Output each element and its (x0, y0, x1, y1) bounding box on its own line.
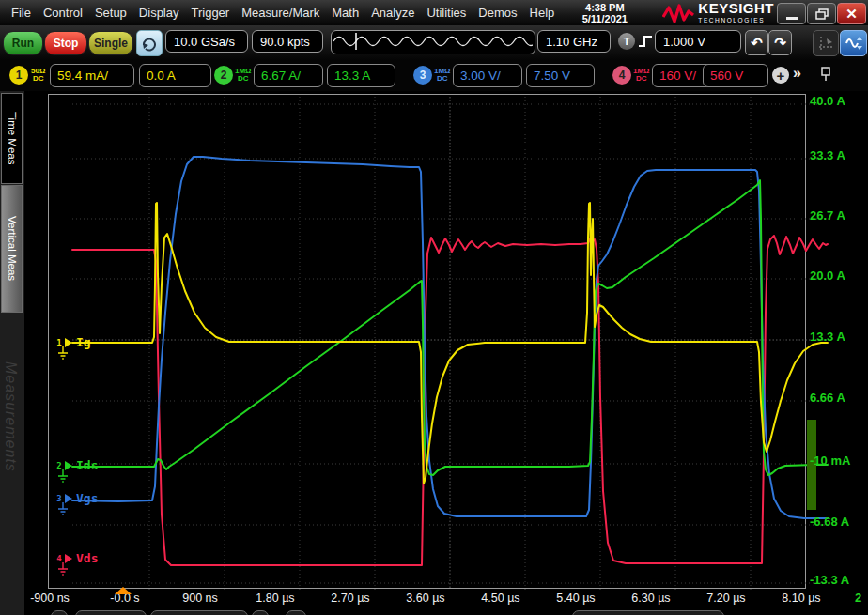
ground-symbol-icon (58, 502, 68, 515)
x-axis-label: 5.40 µs (546, 592, 606, 605)
trace-label-vds: Vds (76, 551, 98, 565)
scope-plot: 4Vds3Vgs2Ids1Ig (24, 3, 868, 615)
y-axis-label: -6.68 A (810, 515, 849, 529)
y-axis-label: 6.66 A (810, 391, 845, 405)
y-axis-label: 13.3 A (810, 330, 845, 344)
y-axis-label: -13.3 A (810, 573, 849, 587)
y-axis-label: -10 mA (810, 454, 850, 468)
oscilloscope-screen: FileControlSetupDisplayTriggerMeasure/Ma… (0, 0, 868, 615)
left-sidebar: Time Meas Vertical Meas Measurements (0, 91, 26, 615)
ground-symbol-icon (58, 469, 68, 482)
x-axis-label: 6.30 µs (621, 592, 681, 605)
y-axis-label: 20.0 A (810, 269, 845, 283)
bottom-panel-edge (24, 608, 868, 615)
channel-2-position-marker[interactable] (65, 461, 72, 470)
x-axis-label: 4.50 µs (471, 592, 531, 605)
x-axis-label: 7.20 µs (696, 592, 756, 605)
x-axis-label: 2.70 µs (320, 592, 380, 605)
channel-1-position-marker[interactable] (65, 338, 72, 347)
ground-symbol-icon (58, 346, 68, 359)
trace-label-vgs: Vgs (76, 491, 98, 505)
y-axis-label: 33.3 A (810, 148, 845, 162)
bottom-stub (51, 610, 68, 615)
waveform-display: 4Vds3Vgs2Ids1Ig 40.0 A33.3 A26.7 A20.0 A… (24, 91, 868, 615)
trigger-marker-icon[interactable] (115, 587, 132, 594)
x-axis-label: 8.10 µs (771, 592, 831, 605)
channel-3-position-marker[interactable] (65, 494, 72, 503)
bottom-stub (150, 610, 248, 615)
ground-symbol-icon (58, 562, 68, 575)
channel-1-marker-number: 1 (56, 338, 61, 347)
graticule[interactable]: 4Vds3Vgs2Ids1Ig (48, 94, 806, 589)
x-axis-label: -900 ns (20, 592, 80, 605)
bottom-stub (286, 610, 306, 615)
trace-label-ids: Ids (76, 458, 98, 472)
channel-3-marker-number: 3 (56, 494, 61, 503)
x-axis-label: 1.80 µs (245, 592, 305, 605)
channel-4-position-marker[interactable] (65, 554, 72, 563)
bottom-stub (75, 610, 147, 615)
channel-4-marker-number: 4 (56, 554, 62, 563)
channel-2-marker-number: 2 (56, 461, 61, 470)
bottom-stub (252, 610, 269, 615)
x-axis-label: 3.60 µs (395, 592, 456, 605)
tab-vertical-meas[interactable]: Vertical Meas (1, 185, 23, 313)
tab-time-meas[interactable]: Time Meas (1, 93, 23, 184)
bottom-stub (572, 610, 724, 615)
x-axis-label: 900 ns (170, 592, 230, 605)
y-axis-label: 40.0 A (810, 94, 845, 108)
trace-label-ig: Ig (76, 335, 91, 349)
axis-channel-indicator: 2 (855, 591, 861, 605)
y-axis-label: 26.7 A (810, 208, 845, 223)
measurements-watermark: Measurements (2, 361, 19, 472)
